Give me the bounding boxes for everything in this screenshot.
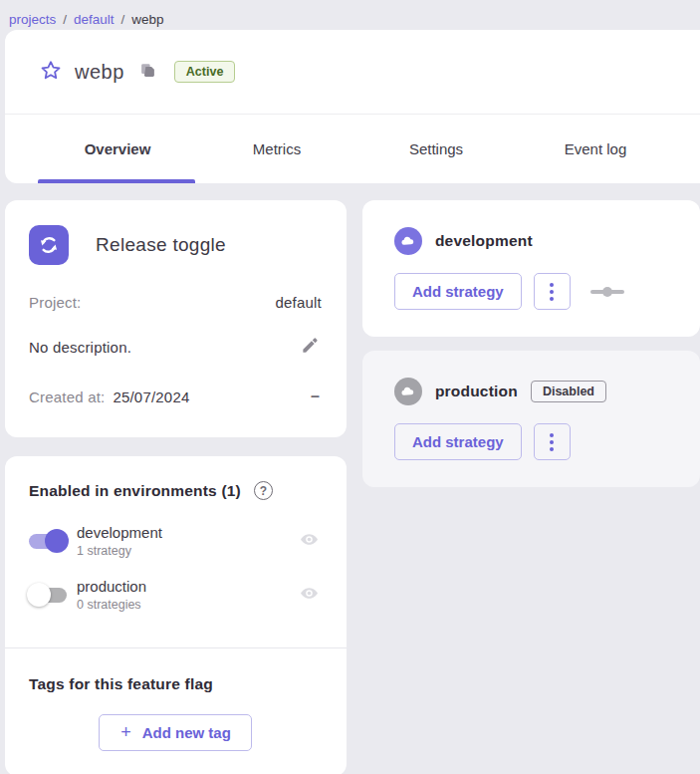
plus-icon: +: [120, 722, 131, 743]
more-actions-button[interactable]: [534, 273, 571, 310]
disabled-badge: Disabled: [531, 381, 606, 402]
breadcrumb-current: webp: [131, 12, 163, 27]
created-label: Created at:: [29, 388, 105, 405]
collapse-button[interactable]: –: [309, 386, 322, 407]
environments-section: Enabled in environments (1) ? developmen…: [5, 456, 347, 647]
status-badge: Active: [174, 61, 236, 83]
environment-labels: development 1 strategy: [77, 524, 296, 558]
page-title: webp: [75, 61, 124, 84]
panel-environment-name: production: [435, 383, 518, 400]
preview-production-button[interactable]: [296, 580, 323, 610]
more-actions-button[interactable]: [534, 423, 571, 460]
feature-type-row: Release toggle: [29, 225, 322, 265]
panel-environment-name: development: [435, 232, 533, 250]
environment-row-development: development 1 strategy: [29, 524, 323, 558]
tags-section: Tags for this feature flag + Add new tag: [5, 648, 347, 774]
feature-details-card: Release toggle Project: default No descr…: [5, 200, 347, 437]
project-row: Project: default: [29, 294, 322, 311]
breadcrumb: projects / default / webp: [0, 0, 700, 30]
panel-actions: Add strategy: [394, 423, 680, 460]
add-new-tag-button[interactable]: + Add new tag: [99, 714, 252, 751]
environments-card: Enabled in environments (1) ? developmen…: [5, 456, 347, 774]
breadcrumb-separator: /: [121, 12, 125, 27]
environment-labels: production 0 strategies: [77, 578, 296, 612]
tab-settings[interactable]: Settings: [356, 115, 516, 183]
environment-strategy-count: 1 strategy: [77, 544, 296, 558]
created-value: 25/07/2024: [113, 388, 189, 405]
tab-overview[interactable]: Overview: [38, 115, 197, 183]
help-icon[interactable]: ?: [254, 481, 273, 500]
cloud-icon: [394, 227, 422, 255]
main-content: Release toggle Project: default No descr…: [5, 200, 700, 774]
cloud-icon: [394, 378, 422, 405]
preview-development-button[interactable]: [296, 526, 323, 556]
eye-icon: [298, 582, 321, 608]
kebab-icon: [550, 283, 554, 301]
production-toggle[interactable]: [29, 586, 67, 604]
toggle-thumb: [27, 583, 51, 607]
project-value[interactable]: default: [276, 294, 322, 311]
environment-row-production: production 0 strategies: [29, 578, 323, 612]
eye-icon: [298, 528, 321, 554]
add-tag-label: Add new tag: [142, 724, 231, 741]
panel-header: production Disabled: [394, 378, 680, 405]
description-text: No description.: [29, 339, 131, 356]
right-column: development Add strategy production Disa…: [362, 200, 700, 487]
feature-type-label: Release toggle: [96, 234, 226, 256]
project-label: Project:: [29, 294, 81, 311]
tab-metrics[interactable]: Metrics: [197, 115, 356, 183]
tab-event-log[interactable]: Event log: [516, 115, 675, 183]
favorite-button[interactable]: [39, 60, 63, 84]
add-strategy-button[interactable]: Add strategy: [394, 423, 522, 460]
copy-icon: [139, 62, 156, 82]
tags-title: Tags for this feature flag: [29, 675, 323, 693]
created-row: Created at: 25/07/2024 –: [29, 386, 322, 407]
toggle-thumb: [45, 529, 69, 553]
panel-actions: Add strategy: [394, 273, 680, 310]
breadcrumb-link-projects[interactable]: projects: [9, 12, 56, 27]
kebab-icon: [550, 433, 554, 451]
left-column: Release toggle Project: default No descr…: [5, 200, 347, 774]
environment-name: production: [77, 578, 296, 595]
tab-bar: Overview Metrics Settings Event log: [5, 115, 700, 183]
development-toggle[interactable]: [29, 532, 67, 550]
panel-header: development: [394, 227, 680, 255]
add-strategy-button[interactable]: Add strategy: [394, 273, 522, 310]
feature-header-card: webp Active Overview Metrics Settings Ev…: [5, 30, 700, 183]
pencil-icon: [301, 336, 320, 358]
created-at: Created at: 25/07/2024: [29, 388, 190, 405]
environment-strategy-count: 0 strategies: [77, 598, 296, 612]
star-icon: [39, 59, 63, 86]
breadcrumb-separator: /: [63, 12, 67, 27]
feature-header-row: webp Active: [5, 30, 700, 115]
breadcrumb-link-default[interactable]: default: [74, 12, 115, 27]
development-strategy-panel: development Add strategy: [362, 200, 700, 337]
edit-description-button[interactable]: [299, 334, 322, 360]
environments-title: Enabled in environments (1): [29, 482, 241, 500]
environments-title-row: Enabled in environments (1) ?: [29, 481, 323, 500]
copy-name-button[interactable]: [138, 62, 158, 82]
strategy-drag-icon: [590, 285, 624, 299]
environment-name: development: [77, 524, 296, 541]
description-row: No description.: [29, 334, 322, 360]
release-toggle-icon: [29, 225, 69, 265]
production-strategy-panel: production Disabled Add strategy: [362, 351, 700, 487]
